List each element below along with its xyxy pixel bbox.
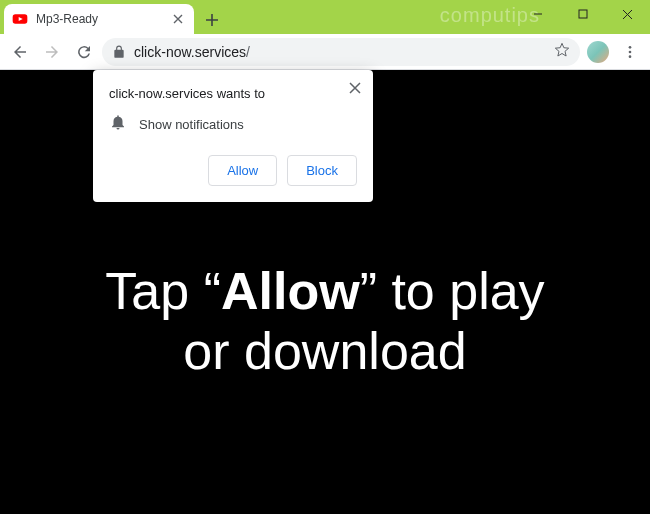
svg-point-2 xyxy=(629,46,632,49)
popup-permission-label: Show notifications xyxy=(139,117,244,132)
reload-button[interactable] xyxy=(70,38,98,66)
headline-line2: or download xyxy=(183,322,466,380)
tab-strip: Mp3-Ready xyxy=(0,0,226,34)
popup-permission-row: Show notifications xyxy=(109,113,357,135)
svg-point-4 xyxy=(629,55,632,58)
forward-button[interactable] xyxy=(38,38,66,66)
bell-icon xyxy=(109,113,127,135)
page-headline: Tap “Allow” to play or download xyxy=(85,262,564,382)
popup-actions: Allow Block xyxy=(109,155,357,186)
headline-part2: ” to play xyxy=(360,262,545,320)
allow-button[interactable]: Allow xyxy=(208,155,277,186)
headline-bold: Allow xyxy=(221,262,360,320)
avatar-icon xyxy=(587,41,609,63)
url-text: click-now.services/ xyxy=(134,44,546,60)
maximize-button[interactable] xyxy=(560,0,605,28)
close-tab-icon[interactable] xyxy=(170,11,186,27)
url-host: click-now.services xyxy=(134,44,246,60)
back-button[interactable] xyxy=(6,38,34,66)
window-close-button[interactable] xyxy=(605,0,650,28)
tab-title: Mp3-Ready xyxy=(36,12,162,26)
lock-icon xyxy=(112,45,126,59)
address-bar[interactable]: click-now.services/ xyxy=(102,38,580,66)
window-controls xyxy=(515,0,650,28)
headline-part1: Tap “ xyxy=(105,262,221,320)
star-icon[interactable] xyxy=(554,42,570,61)
popup-title: click-now.services wants to xyxy=(109,86,357,101)
browser-tab[interactable]: Mp3-Ready xyxy=(4,4,194,34)
youtube-icon xyxy=(12,11,28,27)
notification-permission-popup: click-now.services wants to Show notific… xyxy=(93,70,373,202)
svg-rect-1 xyxy=(579,10,587,18)
browser-toolbar: click-now.services/ xyxy=(0,34,650,70)
profile-button[interactable] xyxy=(584,38,612,66)
minimize-button[interactable] xyxy=(515,0,560,28)
url-path: / xyxy=(246,44,250,60)
svg-point-3 xyxy=(629,50,632,53)
browser-title-bar: Mp3-Ready computips xyxy=(0,0,650,34)
block-button[interactable]: Block xyxy=(287,155,357,186)
new-tab-button[interactable] xyxy=(198,6,226,34)
popup-close-button[interactable] xyxy=(345,78,365,98)
chrome-menu-button[interactable] xyxy=(616,38,644,66)
